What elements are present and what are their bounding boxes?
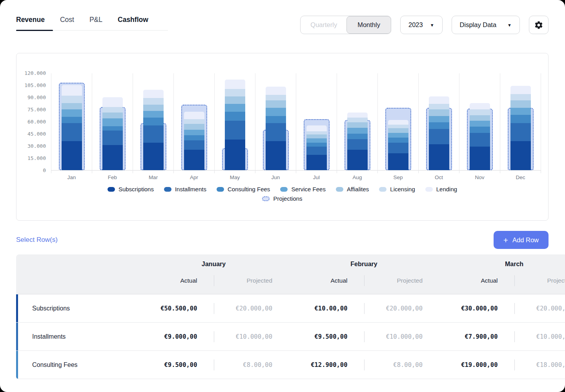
segment-licensing[interactable] — [184, 119, 204, 124]
table-row-subscriptions[interactable]: Subscriptions€50.500,00€20.000,00€10.00,… — [16, 294, 565, 323]
tab-revenue[interactable]: Revenue — [16, 16, 45, 24]
segment-service-fees[interactable] — [510, 108, 531, 115]
legend-item-consulting-fees[interactable]: Consulting Fees — [217, 186, 270, 192]
select-rows-link[interactable]: Select Row(s) — [16, 236, 58, 244]
segment-service-fees[interactable] — [143, 111, 164, 118]
tab-p-l[interactable]: P&L — [89, 16, 102, 24]
segment-installments[interactable] — [266, 123, 286, 141]
segment-affialites[interactable] — [510, 100, 531, 108]
segment-lending[interactable] — [306, 125, 327, 131]
stacked-bar-may[interactable] — [225, 80, 245, 170]
segment-consulting-fees[interactable] — [102, 126, 123, 130]
segment-service-fees[interactable] — [184, 130, 204, 136]
segment-installments[interactable] — [306, 147, 327, 155]
year-dropdown[interactable]: 2023 ▼ — [400, 16, 443, 34]
segment-consulting-fees[interactable] — [470, 127, 490, 133]
segment-licensing[interactable] — [102, 107, 123, 113]
stacked-bar-dec[interactable] — [510, 86, 531, 170]
segment-installments[interactable] — [143, 125, 164, 142]
display-data-dropdown[interactable]: Display Data ▼ — [452, 16, 520, 34]
segment-affialites[interactable] — [225, 96, 245, 104]
toggle-option-quarterly[interactable]: Quarterly — [301, 16, 347, 34]
segment-installments[interactable] — [470, 133, 490, 147]
segment-subscriptions[interactable] — [388, 153, 408, 170]
segment-subscriptions[interactable] — [306, 155, 327, 170]
segment-service-fees[interactable] — [306, 138, 327, 142]
segment-licensing[interactable] — [225, 89, 245, 96]
toggle-option-monthly[interactable]: Monthly — [346, 16, 391, 34]
segment-lending[interactable] — [429, 96, 449, 104]
segment-service-fees[interactable] — [102, 118, 123, 127]
segment-subscriptions[interactable] — [143, 143, 164, 170]
segment-service-fees[interactable] — [266, 108, 286, 116]
segment-installments[interactable] — [62, 123, 82, 141]
segment-installments[interactable] — [102, 131, 123, 145]
segment-service-fees[interactable] — [470, 121, 490, 127]
stacked-bar-jun[interactable] — [266, 87, 286, 170]
segment-licensing[interactable] — [347, 118, 368, 122]
stacked-bar-jul[interactable] — [306, 125, 327, 170]
segment-installments[interactable] — [388, 143, 408, 153]
segment-licensing[interactable] — [470, 109, 490, 115]
settings-button[interactable] — [529, 16, 549, 34]
segment-service-fees[interactable] — [347, 128, 368, 134]
tab-cost[interactable]: Cost — [60, 16, 74, 24]
add-row-button[interactable]: + Add Row — [494, 231, 549, 249]
stacked-bar-apr[interactable] — [184, 112, 204, 170]
segment-licensing[interactable] — [388, 125, 408, 128]
segment-consulting-fees[interactable] — [306, 143, 327, 147]
segment-licensing[interactable] — [510, 94, 531, 101]
stacked-bar-jan[interactable] — [62, 85, 82, 170]
segment-subscriptions[interactable] — [429, 144, 449, 170]
segment-subscriptions[interactable] — [225, 140, 245, 171]
segment-installments[interactable] — [429, 129, 449, 144]
stacked-bar-oct[interactable] — [429, 96, 449, 170]
segment-affialites[interactable] — [347, 122, 368, 128]
segment-lending[interactable] — [143, 90, 164, 98]
segment-licensing[interactable] — [429, 104, 449, 110]
segment-affialites[interactable] — [184, 124, 204, 130]
table-row-installments[interactable]: Installments€9.000,00€10.000,00€9.500,00… — [16, 323, 565, 351]
segment-subscriptions[interactable] — [102, 145, 123, 170]
legend-item-lending[interactable]: Lending — [425, 186, 457, 192]
segment-lending[interactable] — [225, 80, 245, 89]
legend-item-subscriptions[interactable]: Subscriptions — [108, 186, 154, 192]
segment-subscriptions[interactable] — [510, 141, 531, 170]
segment-subscriptions[interactable] — [266, 141, 286, 170]
tab-cashflow[interactable]: Cashflow — [118, 16, 148, 24]
segment-consulting-fees[interactable] — [429, 122, 449, 129]
segment-installments[interactable] — [510, 123, 531, 141]
segment-subscriptions[interactable] — [62, 141, 82, 170]
segment-licensing[interactable] — [143, 98, 164, 105]
segment-consulting-fees[interactable] — [143, 118, 164, 126]
segment-consulting-fees[interactable] — [510, 115, 531, 123]
segment-lending[interactable] — [388, 120, 408, 125]
stacked-bar-aug[interactable] — [347, 113, 368, 170]
segment-consulting-fees[interactable] — [266, 116, 286, 123]
segment-lending[interactable] — [510, 86, 531, 94]
segment-affialites[interactable] — [470, 115, 490, 121]
segment-service-fees[interactable] — [62, 109, 82, 117]
segment-affialites[interactable] — [143, 105, 164, 111]
segment-affialites[interactable] — [102, 113, 123, 118]
segment-consulting-fees[interactable] — [388, 138, 408, 142]
segment-affialites[interactable] — [429, 109, 449, 116]
segment-consulting-fees[interactable] — [184, 135, 204, 140]
legend-item-projections[interactable]: Projections — [262, 195, 302, 202]
segment-installments[interactable] — [184, 140, 204, 150]
segment-licensing[interactable] — [62, 96, 82, 103]
stacked-bar-mar[interactable] — [143, 90, 164, 170]
stacked-bar-nov[interactable] — [470, 103, 490, 170]
segment-lending[interactable] — [266, 87, 286, 95]
segment-lending[interactable] — [184, 112, 204, 119]
stacked-bar-feb[interactable] — [102, 97, 123, 170]
segment-installments[interactable] — [225, 121, 245, 140]
stacked-bar-sep[interactable] — [388, 120, 408, 170]
segment-licensing[interactable] — [266, 95, 286, 101]
segment-consulting-fees[interactable] — [62, 117, 82, 123]
segment-affialites[interactable] — [388, 128, 408, 133]
legend-item-licensing[interactable]: Licensing — [379, 186, 415, 192]
segment-service-fees[interactable] — [388, 133, 408, 138]
segment-lending[interactable] — [62, 85, 82, 96]
legend-item-affialites[interactable]: Affialites — [336, 186, 369, 192]
